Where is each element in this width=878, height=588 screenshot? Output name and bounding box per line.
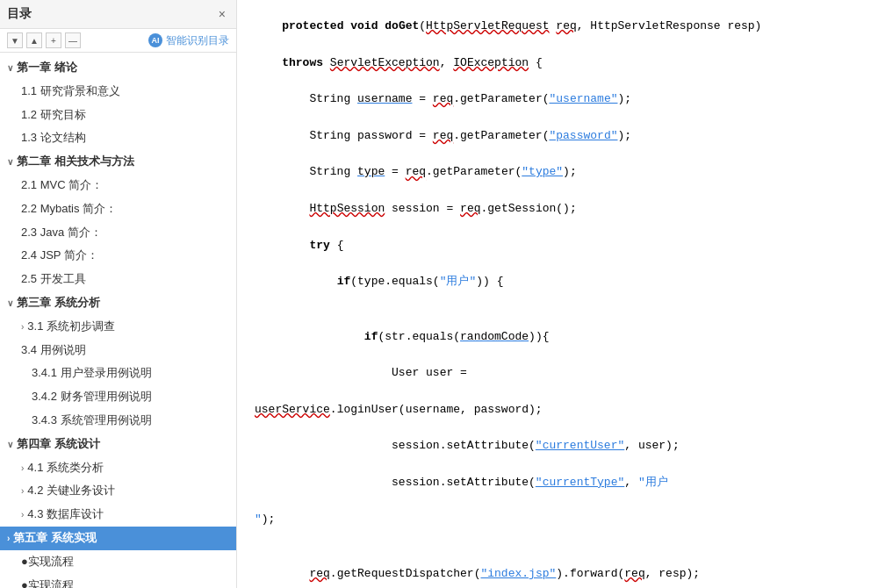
arrow-icon: › <box>21 462 24 476</box>
sidebar-item-sec42[interactable]: ›4.2 关键业务设计 <box>0 479 236 503</box>
sidebar-item-ch2[interactable]: ∨第二章 相关技术与方法 <box>0 150 236 174</box>
sidebar-item-sec343[interactable]: 3.4.3 系统管理用例说明 <box>0 409 236 433</box>
sidebar-item-sec31[interactable]: ›3.1 系统初步调查 <box>0 315 236 339</box>
arrow-icon: › <box>21 508 24 522</box>
toolbar-icons: ▼ ▲ + — <box>7 32 81 48</box>
sidebar-toolbar: ▼ ▲ + — AI 智能识别目录 <box>0 29 236 53</box>
expand-all-button[interactable]: ▼ <box>7 32 23 48</box>
arrow-icon: ∨ <box>7 61 13 75</box>
sidebar-item-sec24[interactable]: 2.4 JSP 简介： <box>0 244 236 268</box>
collapse-all-button[interactable]: ▲ <box>26 32 42 48</box>
sidebar-item-impl2[interactable]: ●实现流程 <box>0 574 236 588</box>
sidebar-item-sec12[interactable]: 1.2 研究目标 <box>0 104 236 127</box>
arrow-icon: ∨ <box>7 438 13 452</box>
remove-button[interactable]: — <box>65 32 81 48</box>
sidebar-title: 目录 <box>7 6 32 22</box>
sidebar-header: 目录 × <box>0 0 236 29</box>
sidebar-item-ch5[interactable]: ›第五章 系统实现 <box>0 527 236 550</box>
arrow-icon: › <box>21 320 24 334</box>
arrow-icon: › <box>21 484 24 498</box>
sidebar-item-sec34[interactable]: 3.4 用例说明 <box>0 339 236 362</box>
sidebar-item-sec21[interactable]: 2.1 MVC 简介： <box>0 174 236 197</box>
sidebar-item-sec41[interactable]: ›4.1 系统类分析 <box>0 456 236 480</box>
sidebar-item-ch3[interactable]: ∨第三章 系统分析 <box>0 291 236 315</box>
add-button[interactable]: + <box>46 32 61 48</box>
sidebar-item-sec341[interactable]: 3.4.1 用户登录用例说明 <box>0 362 236 385</box>
sidebar-item-sec23[interactable]: 2.3 Java 简介： <box>0 221 236 245</box>
sidebar-item-sec25[interactable]: 2.5 开发工具 <box>0 268 236 291</box>
arrow-icon: › <box>7 532 10 546</box>
sidebar-tree: ∨第一章 绪论 1.1 研究背景和意义 1.2 研究目标 1.3 论文结构 ∨第… <box>0 53 236 588</box>
arrow-icon: ∨ <box>7 297 13 311</box>
sidebar-item-sec13[interactable]: 1.3 论文结构 <box>0 126 236 150</box>
sidebar-item-sec22[interactable]: 2.2 Mybatis 简介： <box>0 197 236 221</box>
sidebar-item-sec11[interactable]: 1.1 研究背景和意义 <box>0 80 236 104</box>
sidebar-item-sec43[interactable]: ›4.3 数据库设计 <box>0 503 236 527</box>
close-button[interactable]: × <box>215 5 229 23</box>
sidebar: 目录 × ▼ ▲ + — AI 智能识别目录 ∨第一章 绪论 1.1 研究背景和… <box>0 0 237 588</box>
sidebar-item-impl1[interactable]: ●实现流程 <box>0 550 236 574</box>
ai-label: 智能识别目录 <box>166 33 229 48</box>
ai-icon: AI <box>148 33 162 47</box>
code-panel: protected void doGet(HttpServletRequest … <box>237 0 878 588</box>
arrow-icon: ∨ <box>7 155 13 169</box>
sidebar-item-sec342[interactable]: 3.4.2 财务管理用例说明 <box>0 385 236 409</box>
code-content: protected void doGet(HttpServletRequest … <box>237 9 878 588</box>
ai-recognize-button[interactable]: AI 智能识别目录 <box>148 33 229 48</box>
sidebar-item-ch1[interactable]: ∨第一章 绪论 <box>0 56 236 80</box>
sidebar-item-ch4[interactable]: ∨第四章 系统设计 <box>0 433 236 456</box>
